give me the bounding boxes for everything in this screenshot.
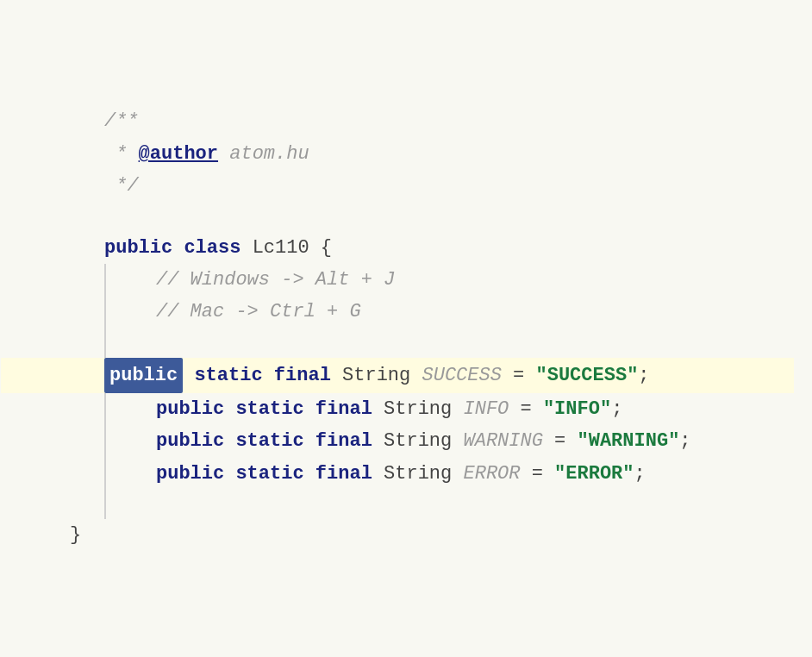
keyword-class: class (184, 232, 240, 264)
author-value: atom.hu (218, 138, 309, 170)
keyword-sf-info: static final (224, 393, 372, 425)
var-success: SUCCESS (410, 360, 502, 391)
semi3: ; (679, 425, 690, 457)
line-field-success: public static final String SUCCESS = "SU… (1, 358, 794, 393)
keyword-static-final: static final (183, 360, 331, 391)
semi4: ; (634, 458, 646, 490)
semi1: ; (638, 360, 649, 391)
type-string-warning: String (372, 425, 452, 457)
comment-star: * (104, 138, 139, 170)
line-field-error: public static final String ERROR = "ERRO… (53, 458, 759, 490)
comment-windows: // Windows -> Alt + J (156, 264, 395, 296)
author-tag: @author (139, 138, 218, 170)
blank-line-3 (53, 490, 759, 519)
assign-op-info: = (509, 393, 543, 425)
keyword-public-warning: public (156, 425, 224, 457)
keyword-sf-warning: static final (224, 425, 372, 457)
string-warning: "WARNING" (578, 425, 680, 457)
class-name: Lc110 { (240, 232, 332, 264)
code-editor: /** * @author atom.hu */ public class Lc… (35, 79, 777, 577)
line-field-warning: public static final String WARNING = "WA… (53, 425, 759, 457)
closing-brace-token: } (70, 519, 81, 551)
string-success: "SUCCESS" (536, 360, 639, 391)
comment-close-token: */ (104, 170, 139, 202)
var-warning: WARNING (452, 425, 543, 457)
keyword-public: public (104, 232, 172, 264)
string-info: "INFO" (543, 393, 611, 425)
line-comment2: // Mac -> Ctrl + G (53, 296, 759, 328)
var-info: INFO (452, 393, 509, 425)
line-author: * @author atom.hu (53, 138, 759, 170)
line-comment1: // Windows -> Alt + J (53, 264, 759, 296)
string-error: "ERROR" (554, 458, 634, 490)
assign-op-error: = (521, 458, 555, 490)
comment-mac: // Mac -> Ctrl + G (156, 296, 361, 328)
line-closing-brace: } (53, 519, 759, 551)
line-javadoc-close: */ (53, 170, 759, 202)
line-field-info: public static final String INFO = "INFO"… (53, 393, 759, 425)
keyword-public-info: public (156, 393, 224, 425)
var-error: ERROR (452, 458, 520, 490)
assign-op-warning: = (543, 425, 578, 457)
semi2: ; (611, 393, 622, 425)
line-class-decl: public class Lc110 { (53, 232, 759, 264)
blank-line-1 (53, 203, 759, 232)
blank-line-2 (53, 328, 759, 358)
type-string-error: String (372, 458, 452, 490)
space (172, 232, 184, 264)
assign-op: = (502, 360, 536, 391)
comment-token: /** (104, 105, 139, 137)
line-javadoc-open: /** (53, 105, 759, 137)
type-string: String (331, 360, 410, 391)
type-string-info: String (372, 393, 452, 425)
keyword-public-error: public (156, 458, 224, 490)
keyword-public-highlight: public (104, 358, 183, 393)
keyword-sf-error: static final (224, 458, 372, 490)
